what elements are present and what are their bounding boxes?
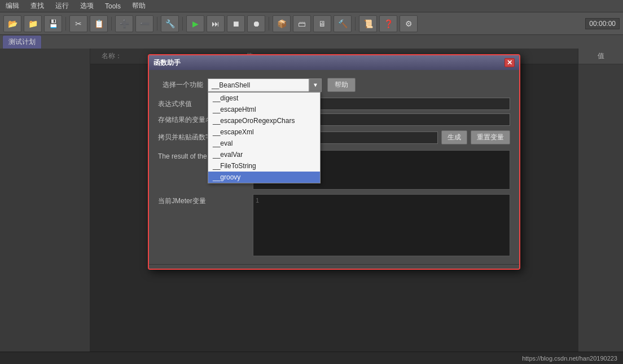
dropdown-arrow-icon[interactable]: ▼	[309, 78, 322, 92]
toolbar-cut[interactable]: ✂	[69, 15, 87, 32]
dropdown-item-escapeOro[interactable]: __escapeOroRegexpChars	[208, 115, 320, 126]
main-area: 名称： 值 函数助手 ✕ 选择一个功能 __BeanShell	[0, 49, 623, 352]
toolbar-question[interactable]: ❓	[379, 15, 397, 32]
toolbar-sep3	[157, 17, 157, 30]
toolbar-sep6	[355, 17, 356, 30]
menu-options[interactable]: 选项	[78, 0, 96, 12]
right-panel: 值	[578, 49, 623, 352]
toolbar: 📂 📁 💾 ✂ 📋 ➕ ➖ 🔧 ▶ ⏭ ⏹ ⏺ 📦 🗃 🖥 🔨 📜 ❓ ⚙ 00…	[0, 12, 623, 35]
reset-button[interactable]: 重置变量	[471, 130, 510, 144]
toolbar-next[interactable]: ⏭	[207, 15, 225, 32]
toolbar-gear[interactable]: ⚙	[400, 15, 418, 32]
tabbar: 测试计划	[0, 35, 623, 49]
menu-find[interactable]: 查找	[28, 0, 46, 12]
toolbar-sep5	[269, 17, 269, 30]
dropdown-item-digest[interactable]: __digest	[208, 93, 320, 104]
select-function-label: 选择一个功能	[158, 80, 203, 90]
toolbar-record[interactable]: ⏺	[247, 15, 265, 32]
dialog-close-button[interactable]: ✕	[504, 58, 515, 67]
menu-edit[interactable]: 编辑	[3, 0, 21, 12]
jmeter-line-num: 1	[256, 197, 259, 204]
toolbar-sep4	[182, 17, 183, 30]
toolbar-play[interactable]: ▶	[186, 15, 204, 32]
toolbar-log[interactable]: 📜	[359, 15, 377, 32]
dropdown-item-eval[interactable]: __eval	[208, 138, 320, 149]
dialog-title: 函数助手	[153, 58, 181, 68]
toolbar-save[interactable]: 💾	[44, 15, 62, 32]
dropdown-item-escapeXml[interactable]: __escapeXml	[208, 126, 320, 138]
dialog-body: 选择一个功能 __BeanShell ▼ __digest __escapeHt…	[149, 70, 519, 264]
statusbar: https://blog.csdn.net/han20190223	[0, 352, 623, 364]
dialog-overlay: 函数助手 ✕ 选择一个功能 __BeanShell ▼ __digest	[90, 49, 578, 352]
toolbar-sep1	[65, 17, 66, 30]
jmeter-section: 当前JMeter变量 1	[158, 194, 510, 256]
toolbar-timer: 00:00:00	[585, 18, 620, 29]
generate-button[interactable]: 生成	[441, 130, 467, 144]
toolbar-monitor[interactable]: 🖥	[313, 15, 331, 32]
jmeter-box: 1	[253, 194, 510, 256]
toolbar-build[interactable]: 🔨	[334, 15, 352, 32]
toolbar-package[interactable]: 📦	[273, 15, 291, 32]
menubar: 编辑 查找 运行 选项 Tools 帮助	[0, 0, 623, 12]
sidebar	[0, 49, 90, 352]
menu-tools[interactable]: Tools	[103, 1, 123, 11]
dialog-titlebar: 函数助手 ✕	[149, 55, 519, 70]
toolbar-sep2	[111, 17, 112, 30]
toolbar-settings[interactable]: 🔧	[161, 15, 179, 32]
dialog: 函数助手 ✕ 选择一个功能 __BeanShell ▼ __digest	[148, 54, 520, 270]
function-dropdown-wrapper: __BeanShell ▼ __digest __escapeHtml __es…	[208, 78, 322, 92]
toolbar-stop[interactable]: ⏹	[227, 15, 245, 32]
toolbar-add[interactable]: ➕	[115, 15, 133, 32]
toolbar-open[interactable]: 📁	[24, 15, 42, 32]
dropdown-item-escapeHtml[interactable]: __escapeHtml	[208, 104, 320, 115]
function-dropdown-list: __digest __escapeHtml __escapeOroRegexpC…	[208, 92, 321, 183]
function-selector-row: 选择一个功能 __BeanShell ▼ __digest __escapeHt…	[158, 78, 510, 92]
toolbar-archive[interactable]: 🗃	[293, 15, 311, 32]
right-panel-header: 值	[578, 49, 623, 64]
toolbar-new[interactable]: 📂	[3, 15, 21, 32]
menu-help[interactable]: 帮助	[130, 0, 148, 12]
dropdown-item-groovy[interactable]: __groovy	[208, 172, 320, 183]
dropdown-item-evalVar[interactable]: __evalVar	[208, 149, 320, 160]
toolbar-remove[interactable]: ➖	[135, 15, 153, 32]
jmeter-label: 当前JMeter变量	[158, 194, 248, 256]
content: 名称： 值 函数助手 ✕ 选择一个功能 __BeanShell	[90, 49, 578, 352]
dialog-footer	[149, 264, 519, 269]
toolbar-copy[interactable]: 📋	[90, 15, 108, 32]
help-button[interactable]: 帮助	[327, 78, 356, 92]
function-dropdown-display[interactable]: __BeanShell	[208, 78, 309, 92]
dropdown-item-fileToString[interactable]: __FileToString	[208, 160, 320, 172]
statusbar-url: https://blog.csdn.net/han20190223	[522, 355, 617, 362]
tab-test-plan[interactable]: 测试计划	[2, 35, 42, 49]
menu-run[interactable]: 运行	[53, 0, 71, 12]
